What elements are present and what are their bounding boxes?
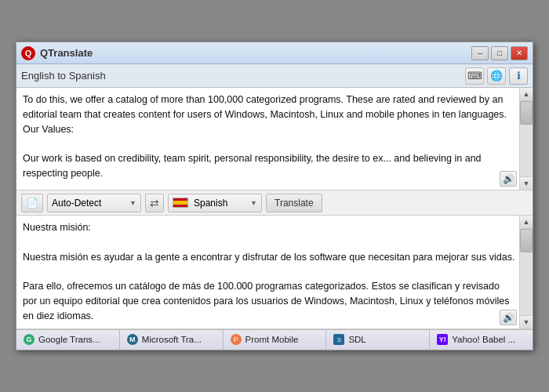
scroll-up-arrow[interactable]: ▲ — [520, 88, 533, 101]
scroll-thumb[interactable] — [520, 101, 533, 125]
google-translate-label: Google Trans... — [38, 335, 100, 344]
source-lang-chevron-icon: ▼ — [129, 199, 136, 207]
sdl-item[interactable]: S SDL — [326, 330, 430, 350]
info-icon: ℹ — [517, 70, 521, 82]
globe-button[interactable]: 🌐 — [487, 67, 506, 85]
microsoft-icon: M — [126, 333, 139, 346]
yahoo-babel-label: Yahoo! Babel ... — [452, 335, 515, 344]
source-text-section: To do this, we offer a catalog of more t… — [16, 88, 533, 191]
promt-mobile-label: Promt Mobile — [245, 335, 299, 344]
source-language-label: Auto-Detect — [52, 198, 126, 209]
file-icon: 📄 — [27, 198, 38, 209]
sdl-label: SDL — [348, 335, 365, 344]
language-bar: 📄 Auto-Detect ▼ ⇄ Spanish ▼ Translate — [16, 191, 533, 216]
output-scroll-up-arrow[interactable]: ▲ — [520, 216, 533, 229]
source-text[interactable]: To do this, we offer a catalog of more t… — [16, 88, 533, 190]
output-scroll-track — [520, 229, 533, 314]
swap-languages-button[interactable]: ⇄ — [145, 194, 164, 212]
minimize-button[interactable]: – — [471, 46, 489, 60]
file-button[interactable]: 📄 — [21, 194, 43, 212]
scroll-track — [520, 101, 533, 176]
yahoo-icon: Y! — [436, 333, 449, 346]
scroll-down-arrow[interactable]: ▼ — [520, 176, 533, 190]
spanish-flag-icon — [173, 198, 188, 208]
yahoo-babel-item[interactable]: Y! Yahoo! Babel ... — [430, 330, 533, 350]
main-window: Q QTranslate – □ ✕ English to Spanish ⌨ … — [16, 42, 533, 350]
source-language-select[interactable]: Auto-Detect ▼ — [47, 194, 141, 212]
output-speaker-icon: 🔊 — [503, 312, 514, 323]
info-button[interactable]: ℹ — [509, 67, 528, 85]
statusbar: G Google Trans... M Microsoft Tra... P P… — [16, 329, 533, 350]
promt-icon: P — [230, 333, 242, 346]
output-scroll-down-arrow[interactable]: ▼ — [520, 315, 533, 328]
target-language-label: Spanish — [194, 198, 247, 209]
google-translate-item[interactable]: G Google Trans... — [16, 330, 120, 350]
language-direction-label: English to Spanish — [21, 70, 462, 82]
target-lang-chevron-icon: ▼ — [250, 199, 257, 207]
speaker-icon: 🔊 — [503, 173, 514, 184]
source-scrollbar[interactable]: ▲ ▼ — [519, 88, 533, 190]
translate-button[interactable]: Translate — [266, 194, 322, 212]
sdl-icon: S — [333, 333, 345, 346]
toolbar: English to Spanish ⌨ 🌐 ℹ — [16, 64, 533, 88]
titlebar: Q QTranslate – □ ✕ — [16, 42, 533, 64]
output-text: Nuestra misión:Nuestra misión es ayudar … — [16, 216, 533, 328]
globe-icon: 🌐 — [490, 70, 503, 82]
output-audio-button[interactable]: 🔊 — [500, 310, 517, 325]
swap-icon: ⇄ — [150, 197, 159, 209]
target-language-select[interactable]: Spanish ▼ — [168, 194, 262, 212]
output-scroll-thumb[interactable] — [520, 229, 533, 252]
source-audio-button[interactable]: 🔊 — [500, 171, 517, 187]
window-title: QTranslate — [40, 47, 471, 59]
window-controls: – □ ✕ — [471, 46, 528, 60]
microsoft-translate-item[interactable]: M Microsoft Tra... — [120, 330, 224, 350]
restore-button[interactable]: □ — [491, 46, 508, 60]
keyboard-icon: ⌨ — [467, 70, 482, 82]
app-icon: Q — [21, 46, 35, 60]
google-icon: G — [23, 333, 35, 346]
output-scrollbar[interactable]: ▲ ▼ — [519, 216, 533, 328]
output-text-section: Nuestra misión:Nuestra misión es ayudar … — [16, 216, 533, 328]
microsoft-translate-label: Microsoft Tra... — [142, 335, 202, 344]
close-button[interactable]: ✕ — [511, 46, 528, 60]
promt-mobile-item[interactable]: P Promt Mobile — [224, 330, 327, 350]
keyboard-button[interactable]: ⌨ — [465, 67, 484, 85]
